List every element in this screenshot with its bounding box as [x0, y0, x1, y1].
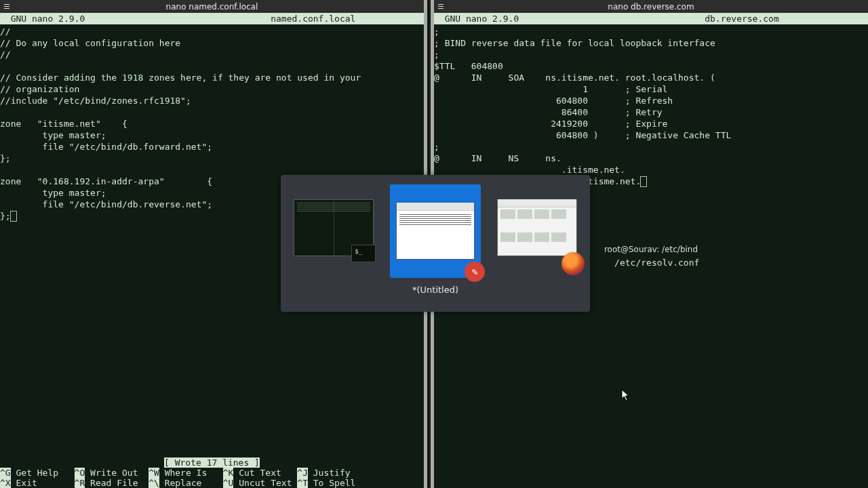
hamburger-icon[interactable]	[0, 0, 12, 13]
left-window-title: nano named.conf.local	[0, 2, 424, 12]
firefox-icon	[561, 252, 585, 275]
left-shortcuts-row-1: ^G Get Help ^O Write Out ^W Where Is ^K …	[0, 468, 424, 478]
switcher-item-browser[interactable]	[493, 184, 580, 271]
left-nano-header: GNU nano 2.9.0 named.conf.local	[0, 13, 424, 24]
hamburger-icon[interactable]	[434, 0, 446, 13]
left-titlebar: nano named.conf.local	[0, 0, 424, 13]
right-window-title: nano db.reverse.com	[434, 2, 868, 12]
left-shortcuts-row-2: ^X Exit ^R Read File ^\ Replace ^U Uncut…	[0, 478, 424, 488]
switcher-thumbs: ✎	[290, 184, 580, 278]
right-editor-content[interactable]: ; ; BIND reverse data file for local loo…	[434, 24, 868, 187]
left-bottom-bar: [ Wrote 17 lines ] ^G Get Help ^O Write …	[0, 458, 424, 488]
switcher-item-editor[interactable]: ✎	[390, 184, 481, 278]
right-nano-header: GNU nano 2.9.0 db.reverse.com	[434, 13, 868, 24]
switcher-item-terminal[interactable]	[290, 184, 378, 271]
left-status-line: [ Wrote 17 lines ]	[0, 458, 424, 468]
app-switcher[interactable]: ✎ *(Untitled)	[281, 175, 590, 312]
switcher-caption: *(Untitled)	[412, 285, 458, 295]
terminal-icon	[351, 245, 376, 262]
editor-badge-icon: ✎	[465, 262, 485, 282]
right-titlebar: nano db.reverse.com	[434, 0, 868, 13]
